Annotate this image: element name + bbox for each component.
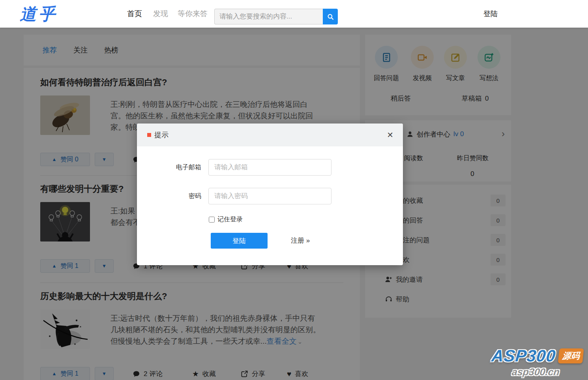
login-modal: 提示 ✕ 电子邮箱 密码 记住登录 登陆 注册 » [137, 124, 403, 265]
register-link[interactable]: 注册 » [291, 233, 310, 249]
watermark-domain: asp300.cn [489, 366, 582, 378]
navbar: 道乎 首页 发现 等你来答 登陆 [0, 0, 588, 28]
remember-checkbox[interactable] [209, 217, 215, 223]
password-label: 密码 [154, 188, 201, 204]
search-input[interactable] [214, 9, 323, 24]
close-icon[interactable]: ✕ [387, 124, 393, 146]
nav-item-waiting-answer[interactable]: 等你来答 [178, 0, 208, 28]
nav-item-home[interactable]: 首页 [127, 0, 142, 28]
search-bar [214, 9, 338, 24]
search-icon [327, 13, 334, 21]
login-submit-button[interactable]: 登陆 [211, 233, 268, 249]
watermark-badge: 源码 [558, 348, 584, 363]
nav-item-discover[interactable]: 发现 [153, 0, 168, 28]
password-field[interactable] [208, 188, 331, 204]
modal-title: 提示 [154, 124, 169, 146]
modal-header: 提示 ✕ [137, 124, 403, 146]
site-logo[interactable]: 道乎 [20, 3, 58, 25]
email-field[interactable] [208, 159, 331, 176]
page: 推荐 关注 热榜 如何看待特朗普治疗后返回白宫? 王:刚刚，特朗 [0, 0, 588, 380]
login-link[interactable]: 登陆 [483, 0, 498, 28]
email-label: 电子邮箱 [154, 159, 201, 176]
remember-label: 记住登录 [217, 215, 243, 224]
remember-login-option[interactable]: 记住登录 [209, 215, 243, 224]
alert-square-icon [147, 133, 151, 137]
watermark-brand: ASP300 [491, 346, 556, 365]
watermark: ASP300 源码 asp300.cn [489, 346, 584, 378]
search-button[interactable] [323, 9, 338, 24]
